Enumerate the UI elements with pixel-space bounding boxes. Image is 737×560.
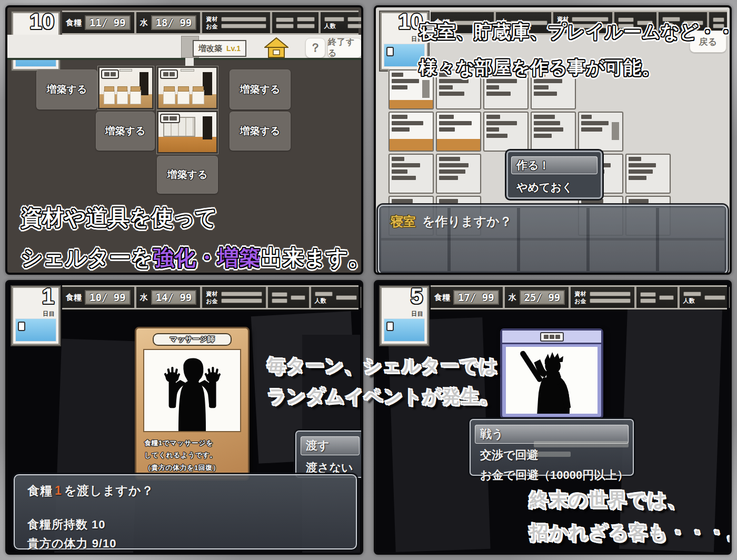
give-question: 食糧1を渡しますか？ <box>27 483 343 499</box>
food-value: 10/ 99 <box>85 290 131 305</box>
card-description: 食糧1でマッサージを してくれるようです。 （貴方の体力を1回復） <box>144 437 240 474</box>
expand-button[interactable]: 増築する <box>157 156 218 194</box>
event-card-massage: マッサージ師 <box>135 327 250 481</box>
food-stock-line: 食糧所持数 10 <box>27 517 343 533</box>
stats-cell <box>270 12 318 33</box>
card-title-bar <box>502 331 601 344</box>
help-button[interactable]: ？ <box>305 38 325 58</box>
card-photo <box>143 349 241 432</box>
mode-level: Lv.1 <box>226 44 241 53</box>
build-confirm-dialog: 作る！ やめておく <box>506 151 602 199</box>
caption-materials: 資材や道具を使って <box>21 203 217 232</box>
food-cell: 食糧 11/ 99 <box>62 12 134 33</box>
water-cell: 水 18/ 99 <box>134 12 201 33</box>
day-number: 10 <box>29 9 54 34</box>
panel-shelter-build: 食糧 11/ 99 水 18/ 99 資材 お金 <box>5 5 363 275</box>
room-card-bedroom[interactable] <box>157 66 218 109</box>
room-option-card[interactable] <box>389 154 434 194</box>
room-label-garbled <box>160 69 178 79</box>
caption-room-possible: 様々な部屋を作る事が可能。 <box>419 56 660 80</box>
panel-room-select: 食糧 水 資材お金 人数 10 日目 戻る <box>374 5 732 275</box>
water-value: 18/ 99 <box>151 15 197 30</box>
expand-button[interactable]: 増築する <box>230 112 291 151</box>
message-window: 寝室 を作りますか？ <box>378 205 728 274</box>
water-value: 14/ 99 <box>151 290 197 305</box>
card-title: マッサージ師 <box>153 333 232 346</box>
room-option-card[interactable] <box>436 112 481 152</box>
room-option-card[interactable] <box>625 154 671 194</box>
panel-event-massage: 食糧10/ 99 水14/ 99 資材お金 人数 1 日目 マッサージ師 <box>5 280 363 555</box>
choice-fight[interactable]: 戦う <box>477 425 626 443</box>
hp-line: 貴方の体力 9/10 <box>27 536 343 552</box>
status-bar: 食糧17/ 99 水25/ 99 資材お金 人数 <box>431 285 727 309</box>
dialog-option-build[interactable]: 作る！ <box>513 157 595 174</box>
garbled-overlay <box>523 452 571 457</box>
material-money-cell: 資材 お金 <box>200 12 270 33</box>
event-card-bandit <box>500 328 603 419</box>
background-rubble <box>619 307 722 552</box>
choice-pay-money[interactable]: お金で回避（10000円以上） <box>477 466 626 484</box>
silhouette-person-hands-up <box>145 353 239 431</box>
food-value: 11/ 99 <box>85 15 131 30</box>
status-bar: 食糧 11/ 99 水 18/ 99 資材 お金 <box>62 11 358 35</box>
card-title-garbled <box>540 332 564 342</box>
money-label: お金 <box>206 24 217 29</box>
mode-indicator: 増改築 Lv.1 <box>193 40 246 57</box>
expand-button[interactable]: 増築する <box>96 112 155 151</box>
promo-collage: 食糧 11/ 99 水 18/ 99 資材 お金 <box>0 0 737 560</box>
caption-accent: 強化・増築 <box>153 246 261 269</box>
end-button[interactable]: 終了する <box>327 38 362 58</box>
people-label: 人数 <box>324 23 344 29</box>
silhouette-bandit <box>507 347 596 414</box>
message-window: 食糧1を渡しますか？ 食糧所持数 10 貴方の体力 9/10 <box>14 474 357 549</box>
food-value: 17/ 99 <box>453 290 499 305</box>
material-label: 資材 <box>206 16 217 22</box>
room-card-storage[interactable] <box>157 111 218 154</box>
room-option-card[interactable] <box>483 112 529 152</box>
day-counter: 1 日目 <box>12 286 60 345</box>
caption-upgrade: シェルターを強化・増築出来ます。 <box>21 243 363 272</box>
food-label: 食糧 <box>66 18 82 28</box>
home-upgrade-icon[interactable] <box>264 37 288 59</box>
build-question: 寝室 を作りますか？ <box>391 213 512 230</box>
dialog-option-cancel[interactable]: やめておく <box>513 179 595 196</box>
choice-give[interactable]: 渡す <box>303 437 357 455</box>
room-option-card[interactable] <box>436 154 481 194</box>
caption-room-types: 寝室、貯蔵庫、プレイルームなど・・・ <box>419 20 732 44</box>
expand-button[interactable]: 増築する <box>36 69 97 109</box>
day-counter: 5 日目 <box>380 286 429 345</box>
card-photo <box>506 347 597 414</box>
choice-window: 戦う 交渉で回避 お金で回避（10000円以上） <box>470 419 634 476</box>
water-value: 25/ 99 <box>520 290 565 305</box>
status-bar: 食糧10/ 99 水14/ 99 資材お金 人数 <box>62 285 358 309</box>
garbled-values <box>221 17 266 28</box>
room-label-garbled <box>101 69 119 79</box>
caption-unwanted-guests: 招かれざる客も・・・。 <box>530 520 732 546</box>
water-label: 水 <box>140 18 148 28</box>
room-name: 寝室 <box>391 213 416 230</box>
mode-label: 増改築 <box>198 44 222 54</box>
room-label-garbled <box>160 114 180 123</box>
panel-event-bandit: 食糧17/ 99 水25/ 99 資材お金 人数 5 日目 <box>374 280 732 555</box>
expand-button[interactable]: 増築する <box>230 69 291 109</box>
people-cell: 人数 <box>318 12 363 33</box>
room-card-bedroom[interactable] <box>98 66 154 109</box>
give-count: 1 <box>53 484 64 497</box>
room-option-card[interactable] <box>578 112 623 152</box>
choice-window: 渡す 渡さない <box>295 431 363 478</box>
caption-apocalypse: 終末の世界では、 <box>530 487 687 513</box>
room-option-card[interactable] <box>531 112 576 152</box>
garbled-overlay <box>534 441 629 447</box>
room-option-card[interactable] <box>389 112 434 152</box>
